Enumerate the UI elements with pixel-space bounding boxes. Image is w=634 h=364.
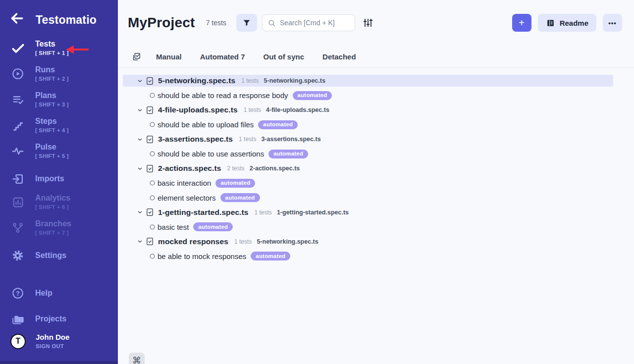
test-group-row[interactable]: 2-actions.spec.ts 2 tests 2-actions.spec… bbox=[123, 162, 613, 174]
select-all-button[interactable] bbox=[132, 52, 141, 61]
import-icon bbox=[11, 172, 25, 186]
group-test-count: 1 tests bbox=[241, 77, 259, 84]
group-name: 5-networking.spec.ts bbox=[158, 76, 235, 85]
sidebar-item-label: Help bbox=[35, 289, 53, 298]
sidebar-item-analytics[interactable]: Analytics [ SHIFT + 6 ] bbox=[0, 194, 118, 210]
tabs-bar: ManualAutomated 7Out of syncDetached bbox=[118, 46, 634, 68]
chevron-down-icon[interactable] bbox=[137, 136, 143, 143]
group-test-count: 1 tests bbox=[244, 106, 261, 113]
test-name: basic test bbox=[158, 223, 189, 231]
automated-badge: automated bbox=[268, 150, 308, 158]
sidebar-item-label: Pulse bbox=[35, 143, 69, 152]
test-group-row[interactable]: 4-file-uploads.spec.ts 1 tests 4-file-up… bbox=[123, 104, 613, 116]
tests-count: 7 tests bbox=[206, 19, 226, 27]
view-settings-button[interactable] bbox=[363, 17, 373, 28]
app-window: Testomatio Tests [ SHIFT + 1 ] Runs [ SH… bbox=[0, 0, 634, 364]
sidebar-item-pulse[interactable]: Pulse [ SHIFT + 5 ] bbox=[0, 143, 118, 159]
play-circle-icon bbox=[11, 67, 25, 81]
tab-detached[interactable]: Detached bbox=[322, 52, 356, 61]
readme-button[interactable]: Readme bbox=[538, 14, 596, 32]
command-palette-button[interactable]: ⌘ bbox=[129, 353, 145, 364]
sidebar-item-label: Projects bbox=[35, 314, 66, 323]
tab-automated-7[interactable]: Automated 7 bbox=[200, 52, 245, 61]
header: MyProject 7 tests + bbox=[118, 0, 634, 46]
select-all-icon bbox=[132, 52, 141, 61]
sidebar-item-runs[interactable]: Runs [ SHIFT + 2 ] bbox=[0, 65, 118, 82]
file-check-icon bbox=[146, 164, 154, 173]
group-file-path: 5-networking.spec.ts bbox=[257, 238, 318, 245]
group-file-path: 2-actions.spec.ts bbox=[250, 165, 300, 172]
sidebar-item-label: Analytics bbox=[35, 194, 70, 203]
test-row[interactable]: element selectors automated bbox=[123, 192, 613, 204]
test-row[interactable]: should be able to read a response body a… bbox=[123, 90, 613, 102]
sidebar-item-label: Branches bbox=[35, 219, 71, 228]
test-name: should be able to read a response body bbox=[158, 91, 288, 100]
automated-badge: automated bbox=[251, 252, 290, 260]
search-input[interactable] bbox=[280, 19, 350, 27]
sidebar-item-help[interactable]: ? Help bbox=[0, 286, 118, 300]
chevron-down-icon[interactable] bbox=[137, 78, 143, 84]
test-status-icon bbox=[150, 93, 155, 98]
tab-manual[interactable]: Manual bbox=[156, 52, 182, 61]
group-name: 3-assertions.spec.ts bbox=[158, 135, 233, 144]
test-group-row[interactable]: mocked responses 1 tests 5-networking.sp… bbox=[123, 236, 613, 248]
test-group-row[interactable]: 1-getting-started.spec.ts 1 tests 1-gett… bbox=[123, 207, 613, 218]
chevron-down-icon[interactable] bbox=[137, 209, 143, 215]
test-row[interactable]: should be able to use assertions automat… bbox=[123, 148, 613, 160]
chevron-down-icon[interactable] bbox=[137, 238, 143, 245]
sidebar-item-tests[interactable]: Tests [ SHIFT + 1 ] bbox=[0, 40, 118, 56]
file-check-icon bbox=[146, 237, 154, 246]
sidebar-item-steps[interactable]: Steps [ SHIFT + 4 ] bbox=[0, 117, 118, 134]
more-actions-button[interactable]: ••• bbox=[603, 14, 622, 32]
test-name: element selectors bbox=[158, 194, 216, 202]
test-status-icon bbox=[150, 195, 155, 201]
add-test-button[interactable]: + bbox=[512, 14, 531, 32]
arrow-left-icon bbox=[9, 11, 25, 26]
file-check-icon bbox=[146, 106, 154, 114]
automated-badge: automated bbox=[258, 120, 298, 129]
sign-out-link[interactable]: SIGN OUT bbox=[36, 343, 69, 350]
tab-out-of-sync[interactable]: Out of sync bbox=[264, 52, 305, 61]
sidebar-item-projects[interactable]: Projects bbox=[0, 312, 118, 326]
check-icon bbox=[11, 41, 25, 55]
filter-button[interactable] bbox=[236, 14, 257, 32]
folder-icon bbox=[11, 312, 25, 326]
chevron-down-icon[interactable] bbox=[137, 107, 143, 113]
sidebar-collapse-button[interactable] bbox=[9, 11, 25, 26]
page-title: MyProject bbox=[128, 15, 195, 31]
sidebar-item-plans[interactable]: Plans [ SHIFT + 3 ] bbox=[0, 91, 118, 108]
group-name: mocked responses bbox=[158, 237, 228, 246]
automated-badge: automated bbox=[293, 91, 332, 100]
test-status-icon bbox=[150, 151, 155, 156]
sidebar-item-branches[interactable]: Branches [ SHIFT + 7 ] bbox=[0, 219, 118, 236]
git-branch-icon bbox=[11, 221, 25, 235]
test-row[interactable]: basic test automated bbox=[123, 221, 613, 233]
group-name: 2-actions.spec.ts bbox=[158, 164, 221, 173]
sidebar-item-imports[interactable]: Imports bbox=[0, 172, 118, 186]
test-name: should be able to upload files bbox=[158, 120, 254, 129]
list-check-icon bbox=[11, 93, 25, 106]
automated-badge: automated bbox=[193, 222, 233, 231]
group-name: 4-file-uploads.spec.ts bbox=[158, 105, 238, 114]
test-row[interactable]: be able to mock responses automated bbox=[123, 250, 613, 262]
group-name: 1-getting-started.spec.ts bbox=[158, 208, 249, 217]
test-name: basic interaction bbox=[158, 179, 211, 187]
avatar: T bbox=[10, 334, 26, 349]
pulse-icon bbox=[11, 144, 25, 158]
test-row[interactable]: basic interaction automated bbox=[123, 177, 613, 189]
chevron-down-icon[interactable] bbox=[137, 165, 143, 172]
test-group-row[interactable]: 3-assertions.spec.ts 1 tests 3-assertion… bbox=[123, 133, 613, 145]
sidebar-item-label: Runs bbox=[35, 65, 69, 74]
test-list: 5-networking.spec.ts 1 tests 5-networkin… bbox=[118, 68, 634, 262]
test-group-row[interactable]: 5-networking.spec.ts 1 tests 5-networkin… bbox=[123, 75, 613, 87]
test-row[interactable]: should be able to upload files automated bbox=[123, 119, 613, 131]
sidebar-item-label: Settings bbox=[35, 251, 66, 260]
group-test-count: 1 tests bbox=[255, 209, 272, 216]
bar-chart-icon bbox=[11, 195, 25, 209]
sidebar-item-shortcut: [ SHIFT + 4 ] bbox=[35, 127, 69, 134]
group-test-count: 1 tests bbox=[234, 238, 252, 245]
sidebar-item-shortcut: [ SHIFT + 1 ] bbox=[35, 50, 69, 56]
sidebar-item-shortcut: [ SHIFT + 6 ] bbox=[35, 204, 70, 210]
sidebar-item-settings[interactable]: Settings bbox=[0, 249, 118, 262]
sidebar: Testomatio Tests [ SHIFT + 1 ] Runs [ SH… bbox=[0, 0, 118, 364]
